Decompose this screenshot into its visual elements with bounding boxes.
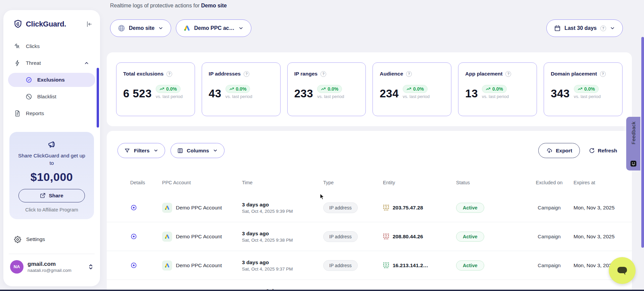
stat-label: IP addresses [209,71,241,77]
stat-value: 343 [551,88,570,99]
type-badge: IP address [323,231,358,242]
stat-label: IP ranges [294,71,318,77]
stat-label: Audience [380,71,403,77]
ppc-account-name: Demo PPC Account [176,262,222,269]
user-account-switcher[interactable]: NA gmail.com naatali.ro@gmail.com [3,254,100,274]
chat-launcher-button[interactable] [609,257,636,284]
refresh-icon [589,148,595,154]
filters-dropdown[interactable]: Filters [117,143,165,158]
entity-value: 203.75.47.28 [393,205,423,211]
affiliate-promo-card[interactable]: Share ClickGuard and get up to $10,000 S… [9,132,94,219]
stat-value: 43 [209,88,221,99]
help-icon[interactable]: ? [600,71,606,77]
date-range-value: Last 30 days [564,25,597,31]
stat-card-total-exclusions: Total exclusions? 6 523 0.0% vs. last pe… [116,62,195,116]
help-icon[interactable]: ? [505,71,511,77]
status-badge: Active [456,203,484,213]
page-subtitle: Realtime logs of protective actions for … [110,3,227,9]
chevron-down-icon [238,26,244,31]
excluded-on-value: Campaign [525,205,574,210]
help-icon[interactable]: ? [406,71,412,77]
table-row: Demo PPC Account 3 days agoSat, Oct 4, 2… [107,251,632,280]
table-header-row: Details PPC Account Time Type Entity Sta… [107,172,632,193]
column-header-type[interactable]: Type [323,180,383,185]
column-header-time[interactable]: Time [242,180,323,185]
page-scrollbar[interactable] [641,37,644,248]
promo-text: Share ClickGuard and get up to [14,152,89,167]
view-details-icon[interactable] [130,262,162,269]
user-name: gmail.com [28,261,71,268]
columns-icon [177,148,183,154]
status-badge: Active [456,260,484,271]
stat-card-audience: Audience? 234 0.0% vs. last period [373,62,451,116]
trend-up-icon [578,87,583,92]
expires-at-value: Mon, Nov 3, 2025 [574,234,632,240]
stat-label: App placement [465,71,502,77]
google-ads-icon [162,232,172,242]
expires-at-value: Mon, Nov 3, 2025 [574,205,632,211]
help-icon[interactable]: ? [166,71,172,77]
stat-label: Total exclusions [123,71,163,77]
page-subtitle-text: Realtime logs of protective actions for [110,3,201,8]
stat-caption: vs. last period [226,94,252,99]
column-header-details[interactable]: Details [130,180,162,185]
sidebar-item-blacklist[interactable]: Blacklist [8,90,95,104]
time-absolute: Sat, Oct 4, 2025 9:37 PM [242,266,323,272]
sidebar-item-threat[interactable]: Threat [8,56,95,70]
entity-value: 208.80.44.26 [393,234,423,240]
sidebar-item-clicks[interactable]: Clicks [8,39,95,53]
badge-check-icon [26,77,32,83]
sidebar-item-exclusions[interactable]: Exclusions [8,73,95,87]
sidebar-collapse-icon[interactable] [85,20,93,28]
stat-delta: 0.0% [413,86,424,92]
column-header-status[interactable]: Status [456,180,525,185]
time-relative: 3 days ago [242,259,323,265]
entity-identicon [383,204,389,211]
column-header-entity[interactable]: Entity [383,180,456,185]
ban-icon [26,93,32,100]
column-header-expires-at[interactable]: Expires at [574,180,632,185]
clickguard-logo-icon [13,19,22,29]
main-content: Realtime logs of protective actions for … [107,0,644,291]
calendar-icon [554,25,561,32]
table-body: Demo PPC Account 3 days agoSat, Oct 4, 2… [107,193,632,280]
stat-delta: 0.0% [328,86,338,92]
cursor-click-icon [14,43,21,50]
sidebar-item-settings[interactable]: Settings [3,233,100,246]
columns-dropdown[interactable]: Columns [170,143,225,158]
megaphone-icon [14,140,89,149]
export-button[interactable]: Export [538,143,580,158]
ppc-account-selector-dropdown[interactable]: Demo PPC ac… [176,19,251,37]
stat-label: Domain placement [551,71,597,77]
logo-text: ClickGuard. [26,20,66,29]
view-details-icon[interactable] [130,204,162,211]
sidebar-scrollbar[interactable] [97,68,99,128]
trend-up-icon [406,87,411,92]
stats-panel: Total exclusions? 6 523 0.0% vs. last pe… [107,52,632,126]
chat-bubble-icon [616,264,629,277]
context-selectors: Demo site Demo PPC ac… [110,19,251,37]
ppc-account-name: Demo PPC Account [176,205,222,211]
site-selector-dropdown[interactable]: Demo site [110,19,171,37]
help-icon[interactable]: ? [244,71,249,77]
columns-label: Columns [187,148,209,154]
column-header-excluded-on[interactable]: Excluded on [525,180,574,185]
stat-caption: vs. last period [317,94,344,99]
entity-value: 16.213.141.2… [393,262,428,269]
trend-up-icon [486,87,491,92]
stat-delta: 0.0% [166,86,177,92]
feedback-tab[interactable]: Feedback [626,117,640,171]
sidebar-item-reports[interactable]: Reports [8,106,95,120]
share-button[interactable]: Share [18,189,85,202]
refresh-button[interactable]: Refresh [589,148,617,154]
sidebar-item-label: Reports [26,110,44,116]
type-badge: IP address [323,202,358,213]
date-range-dropdown[interactable]: Last 30 days ? [546,19,623,37]
affiliate-link[interactable]: Click to Affiliate Program [14,207,89,212]
external-link-icon [40,193,46,198]
help-icon[interactable]: ? [320,71,326,77]
view-details-icon[interactable] [130,233,162,240]
stat-value: 13 [465,88,478,99]
column-header-ppc-account[interactable]: PPC Account [162,180,242,185]
google-ads-icon [162,203,172,213]
